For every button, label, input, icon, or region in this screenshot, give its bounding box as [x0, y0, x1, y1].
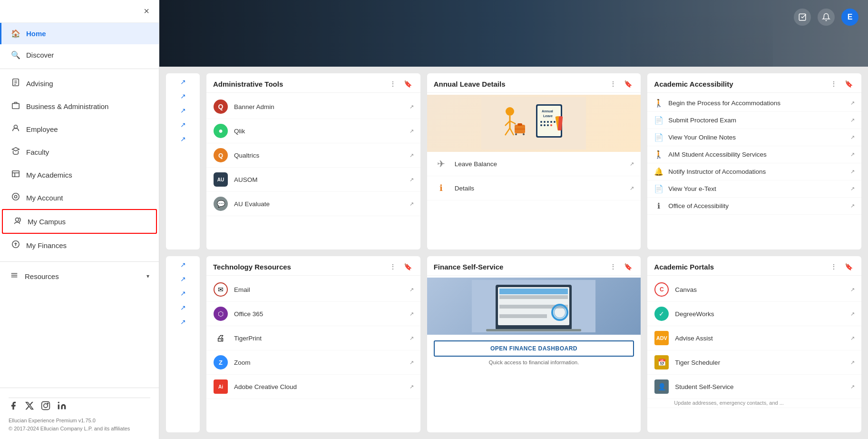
- x-twitter-icon[interactable]: [25, 401, 34, 413]
- view-etext-item[interactable]: 📄 View Your e-Text ↗: [647, 180, 861, 198]
- external-link-icon-2[interactable]: ↗: [180, 92, 186, 100]
- sidebar-item-mycampus[interactable]: My Campus: [2, 209, 157, 234]
- external-link-icon-6[interactable]: ↗: [180, 261, 186, 269]
- external-icon: ↗: [410, 335, 414, 341]
- begin-accommodations-item[interactable]: 🚶 Begin the Process for Accommodations ↗: [647, 95, 861, 112]
- svg-point-11: [15, 218, 19, 221]
- external-icon: ↗: [410, 287, 414, 293]
- notify-instructor-item[interactable]: 🔔 Notify Instructor of Accomodations ↗: [647, 163, 861, 180]
- leave-details-item[interactable]: ℹ Details ↗: [427, 176, 641, 200]
- card-bookmark-button-admin[interactable]: 🔖: [402, 79, 414, 89]
- administrative-tools-card: Administrative Tools ⋮ 🔖 Q Banner Admin: [206, 73, 420, 249]
- card-bookmark-button-finance[interactable]: 🔖: [622, 262, 634, 271]
- external-icon: ↗: [410, 152, 414, 159]
- external-icon: ↗: [630, 161, 634, 167]
- employee-icon: [11, 124, 20, 134]
- instagram-icon[interactable]: [41, 401, 50, 413]
- aim-item[interactable]: 🚶 AIM Student Accessibility Services ↗: [647, 146, 861, 163]
- card-bookmark-button-accessibility[interactable]: 🔖: [843, 79, 855, 89]
- svg-point-36: [550, 124, 552, 126]
- student-self-service-item[interactable]: 👤 Student Self-Service ↗: [647, 375, 861, 399]
- sidebar-item-discover[interactable]: 🔍 Discover: [0, 44, 159, 66]
- qlik-item[interactable]: ● Qlik ↗: [206, 119, 420, 143]
- tiger-scheduler-label: Tiger Scheduler: [675, 359, 720, 366]
- banner-admin-icon: Q: [213, 99, 228, 114]
- etext-label: View Your e-Text: [668, 185, 716, 192]
- card-menu-button-admin[interactable]: ⋮: [388, 79, 398, 89]
- zoom-item[interactable]: Z Zoom ↗: [206, 350, 420, 375]
- ausom-item[interactable]: AU AUSOM ↗: [206, 168, 420, 192]
- card-bookmark-button-leave[interactable]: 🔖: [622, 79, 634, 89]
- email-label: Email: [234, 286, 250, 293]
- qualtrics-item[interactable]: Q Qualtrics ↗: [206, 143, 420, 168]
- main-grid: Administrative Tools ⋮ 🔖 Q Banner Admin: [200, 67, 868, 439]
- sidebar-item-label: Business & Administration: [26, 102, 108, 110]
- tiger-scheduler-item[interactable]: 📅 Tiger Scheduler ↗: [647, 350, 861, 375]
- email-item[interactable]: ✉ Email ↗: [206, 278, 420, 302]
- sidebar-item-myaccount[interactable]: My Account: [0, 186, 159, 209]
- auevaluate-item[interactable]: 💬 AU Evaluate ↗: [206, 192, 420, 216]
- open-finance-dashboard-button[interactable]: OPEN FINANCE DASHBOARD: [434, 340, 634, 357]
- card-menu-button-accessibility[interactable]: ⋮: [829, 79, 839, 89]
- sidebar-item-label: My Campus: [28, 218, 66, 226]
- sidebar-item-resources[interactable]: Resources ▾: [0, 265, 159, 288]
- close-button[interactable]: ×: [141, 5, 152, 18]
- advise-assist-label: Advise Assist: [675, 335, 713, 342]
- external-link-icon-4[interactable]: ↗: [180, 121, 186, 129]
- external-icon: ↗: [850, 100, 855, 106]
- qlik-label: Qlik: [234, 128, 245, 135]
- card-menu-button-tech[interactable]: ⋮: [388, 262, 398, 271]
- leave-balance-item[interactable]: ✈ Leave Balance ↗: [427, 152, 641, 176]
- card-menu-button-leave[interactable]: ⋮: [608, 79, 618, 89]
- sidebar-item-faculty[interactable]: Faculty: [0, 140, 159, 163]
- office-accessibility-item[interactable]: ℹ Office of Accessibility ↗: [647, 198, 861, 215]
- notifications-icon-button[interactable]: [818, 9, 835, 26]
- aim-icon: 🚶: [654, 150, 663, 159]
- admin-card-body: Q Banner Admin ↗ ● Qlik: [206, 93, 420, 249]
- view-online-notes-item[interactable]: 📄 View Your Online Notes ↗: [647, 129, 861, 146]
- linkedin-icon[interactable]: [57, 401, 67, 413]
- card-menu-button-portals[interactable]: ⋮: [829, 262, 839, 271]
- sidebar-item-business[interactable]: Business & Administration: [0, 95, 159, 118]
- canvas-item[interactable]: C Canvas ↗: [647, 278, 861, 302]
- external-link-icon-10[interactable]: ↗: [180, 318, 186, 326]
- advising-icon: [11, 78, 20, 89]
- external-link-icon-8[interactable]: ↗: [180, 289, 186, 297]
- banner-admin-item[interactable]: Q Banner Admin ↗: [206, 95, 420, 119]
- sidebar-item-myacademics[interactable]: My Academics: [0, 163, 159, 186]
- degreeworks-item[interactable]: ✓ DegreeWorks ↗: [647, 302, 861, 326]
- finance-self-service-card: Finance Self-Service ⋮ 🔖: [427, 256, 641, 432]
- tigerprint-item[interactable]: 🖨 TigerPrint ↗: [206, 326, 420, 350]
- sidebar-item-home[interactable]: 🏠 Home: [0, 23, 159, 44]
- svg-point-39: [506, 107, 514, 116]
- sidebar-item-myfinances[interactable]: My Finances: [0, 234, 159, 257]
- academics-icon: [11, 170, 20, 180]
- card-bookmark-button-portals[interactable]: 🔖: [843, 262, 855, 271]
- external-link-icon-7[interactable]: ↗: [180, 275, 186, 283]
- external-icon: ↗: [410, 384, 414, 390]
- canvas-label: Canvas: [675, 286, 697, 293]
- advise-assist-item[interactable]: ADV Advise Assist ↗: [647, 326, 861, 350]
- leave-illustration-area: Annual Leave: [427, 95, 641, 152]
- academic-accessibility-card: Academic Accessibility ⋮ 🔖 🚶 Begin the P…: [647, 73, 861, 249]
- external-link-icon-5[interactable]: ↗: [180, 135, 186, 143]
- submit-proctored-item[interactable]: 📄 Submit Proctored Exam ↗: [647, 112, 861, 129]
- svg-rect-6: [12, 171, 19, 177]
- facebook-icon[interactable]: [9, 401, 18, 413]
- tigerprint-icon: 🖨: [213, 330, 228, 346]
- card-menu-button-finance[interactable]: ⋮: [608, 262, 618, 271]
- sidebar-item-advising[interactable]: Advising: [0, 72, 159, 95]
- office365-item[interactable]: ⬡ Office 365 ↗: [206, 302, 420, 326]
- external-link-icon-1[interactable]: ↗: [180, 78, 186, 86]
- adobe-item[interactable]: Ai Adobe Creative Cloud ↗: [206, 375, 420, 399]
- svg-rect-54: [499, 289, 568, 294]
- external-link-icon-9[interactable]: ↗: [180, 304, 186, 311]
- user-avatar[interactable]: E: [841, 9, 858, 26]
- svg-point-34: [544, 124, 546, 126]
- external-icon: ↗: [850, 186, 855, 192]
- card-bookmark-button-tech[interactable]: 🔖: [402, 262, 414, 271]
- tasks-icon-button[interactable]: [794, 9, 811, 26]
- laptop-svg: [472, 280, 595, 332]
- sidebar-item-employee[interactable]: Employee: [0, 118, 159, 140]
- external-link-icon-3[interactable]: ↗: [180, 107, 186, 114]
